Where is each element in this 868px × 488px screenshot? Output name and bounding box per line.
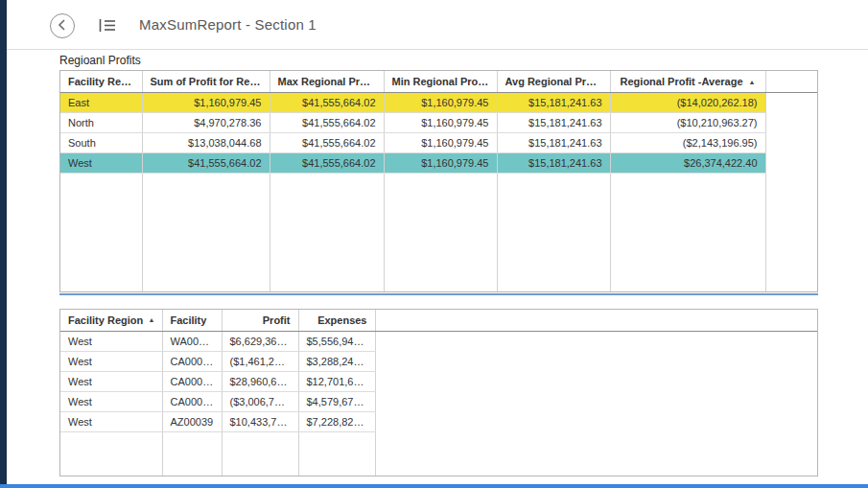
table-row-east-selected[interactable]: East $1,160,979.45 $41,555,664.02 $1,160… — [60, 92, 817, 112]
column-header[interactable]: Avg Regional Profit Sum — [497, 71, 610, 92]
column-header[interactable]: Min Regional Profit Sum — [384, 71, 497, 92]
cell[interactable]: $28,960,605.48 — [222, 371, 298, 391]
report-viewer: MaxSumReport - Section 1 Regioanl Profit… — [0, 0, 868, 488]
filler-cell — [375, 391, 817, 411]
cell[interactable]: East — [60, 92, 142, 112]
cell[interactable]: $7,228,829.69 — [298, 411, 375, 431]
filler-cell — [765, 112, 817, 132]
sort-ascending-icon: ▲ — [749, 79, 756, 85]
report-title: MaxSumReport - Section 1 — [139, 16, 317, 33]
column-header-sorted[interactable]: Regional Profit -Average▲ — [610, 71, 765, 92]
cell[interactable]: $12,701,686.52 — [298, 371, 375, 391]
column-header-label: Facility Region — [68, 314, 143, 326]
cell[interactable]: $15,181,241.63 — [497, 132, 610, 152]
cell[interactable]: $1,160,979.45 — [142, 92, 270, 112]
cell[interactable]: South — [60, 132, 142, 152]
cell[interactable]: North — [60, 112, 142, 132]
filler-cell — [375, 351, 817, 371]
cell[interactable]: $10,433,703.24 — [222, 411, 298, 431]
cell[interactable]: $41,555,664.02 — [270, 132, 384, 152]
table-row-north[interactable]: North $4,970,278.36 $41,555,664.02 $1,16… — [60, 112, 817, 132]
filler-cell — [765, 152, 817, 173]
cell[interactable]: CA00014 — [162, 391, 222, 411]
table-row-south[interactable]: South $13,038,044.68 $41,555,664.02 $1,1… — [60, 132, 817, 152]
cell[interactable]: $1,160,979.45 — [384, 112, 497, 132]
filler-header-cell — [375, 310, 817, 331]
table1-title: Regioanl Profits — [59, 54, 141, 67]
table-row[interactable]: West WA00042 $6,629,363.55 $5,556,944.14 — [60, 331, 817, 351]
cell[interactable]: $1,160,979.45 — [384, 132, 497, 152]
column-header[interactable]: Sum of Profit for Region — [142, 71, 270, 92]
filler-header-cell — [765, 71, 817, 92]
table-row[interactable]: West AZ00039 $10,433,703.24 $7,228,829.6… — [60, 411, 817, 431]
column-header[interactable]: Expenses — [298, 310, 375, 331]
table-row-west-selected[interactable]: West $41,555,664.02 $41,555,664.02 $1,16… — [60, 152, 817, 173]
filler-cell — [765, 132, 817, 152]
cell[interactable]: $13,038,044.68 — [142, 132, 270, 152]
cell[interactable]: $1,160,979.45 — [384, 152, 497, 173]
section-list-button[interactable] — [98, 18, 117, 34]
cell[interactable]: West — [60, 351, 162, 371]
cell[interactable]: $3,288,246.24 — [298, 351, 375, 371]
filler-cell — [765, 92, 817, 112]
cell[interactable]: ($1,461,285.84) — [222, 351, 298, 371]
cell[interactable]: CA00045 — [162, 371, 222, 391]
cell[interactable]: $26,374,422.40 — [610, 152, 765, 173]
report-header: MaxSumReport - Section 1 — [7, 0, 868, 50]
cell[interactable]: $15,181,241.63 — [497, 112, 610, 132]
empty-table-area — [60, 173, 817, 291]
facility-detail-table[interactable]: Facility Region▲ Facility Profit Expense… — [59, 309, 818, 476]
cell[interactable]: $15,181,241.63 — [497, 92, 610, 112]
cell[interactable]: $4,970,278.36 — [142, 112, 270, 132]
app-edge-strip — [0, 0, 7, 488]
column-header-label: Regional Profit -Average — [621, 76, 743, 87]
cell[interactable]: $5,556,944.14 — [298, 331, 375, 351]
cell[interactable]: $41,555,664.02 — [270, 112, 384, 132]
cell[interactable]: $41,555,664.02 — [270, 92, 384, 112]
table-row[interactable]: West CA00048 ($1,461,285.84) $3,288,246.… — [60, 351, 817, 371]
column-header[interactable]: Facility Region — [60, 71, 142, 92]
cell[interactable]: West — [60, 411, 162, 431]
back-button[interactable] — [50, 13, 75, 38]
table-row[interactable]: West CA00014 ($3,006,722.41) $4,579,671.… — [60, 391, 817, 411]
table2-header-row: Facility Region▲ Facility Profit Expense… — [60, 310, 817, 331]
column-header[interactable]: Profit — [222, 310, 298, 331]
cell[interactable]: ($10,210,963.27) — [610, 112, 765, 132]
filler-cell — [375, 331, 817, 351]
column-header[interactable]: Max Regional Profit... — [270, 71, 384, 92]
cell[interactable]: West — [60, 391, 162, 411]
empty-table-area — [60, 431, 817, 476]
cell[interactable]: $41,555,664.02 — [270, 152, 384, 173]
cell[interactable]: WA00042 — [162, 331, 222, 351]
sort-ascending-icon: ▲ — [149, 316, 155, 323]
cell[interactable]: West — [60, 331, 162, 351]
cell[interactable]: $15,181,241.63 — [497, 152, 610, 173]
column-header-sorted[interactable]: Facility Region▲ — [60, 310, 162, 331]
cell[interactable]: $41,555,664.02 — [142, 152, 270, 173]
cell[interactable]: $6,629,363.55 — [222, 331, 298, 351]
cell[interactable]: ($3,006,722.41) — [222, 391, 298, 411]
regional-profits-table[interactable]: Facility Region Sum of Profit for Region… — [59, 70, 818, 292]
section-list-icon — [99, 21, 116, 35]
cell[interactable]: ($14,020,262.18) — [610, 92, 765, 112]
filler-cell — [375, 371, 817, 391]
back-chevron-icon — [58, 19, 67, 34]
cell[interactable]: $4,579,671.07 — [298, 391, 375, 411]
column-header[interactable]: Facility — [162, 310, 222, 331]
table1-header-row: Facility Region Sum of Profit for Region… — [60, 71, 817, 92]
cell[interactable]: CA00048 — [162, 351, 222, 371]
cell[interactable]: AZ00039 — [162, 411, 222, 431]
cell[interactable]: West — [60, 152, 142, 173]
cell[interactable]: West — [60, 371, 162, 391]
filler-cell — [375, 411, 817, 431]
cell[interactable]: ($2,143,196.95) — [610, 132, 765, 152]
table-row[interactable]: West CA00045 $28,960,605.48 $12,701,686.… — [60, 371, 817, 391]
bottom-accent-bar — [0, 484, 868, 488]
selection-underline — [59, 293, 818, 295]
cell[interactable]: $1,160,979.45 — [384, 92, 497, 112]
